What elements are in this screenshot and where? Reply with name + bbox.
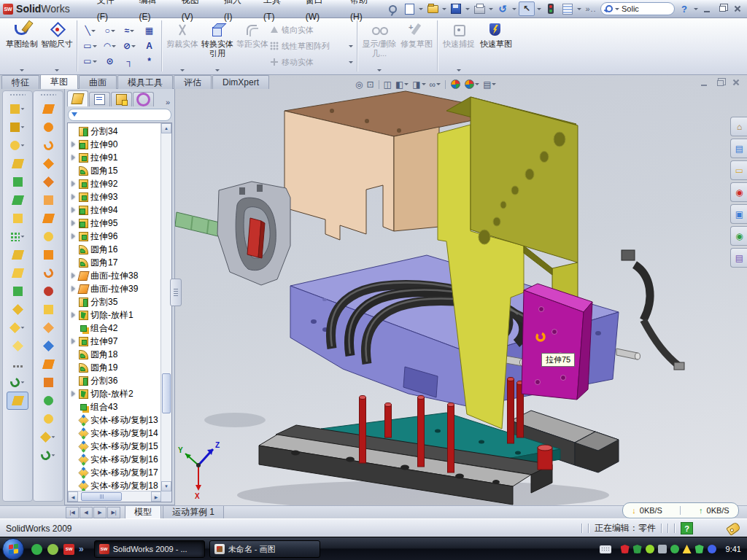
sketch-tool-dropdown-icon[interactable]: [349, 61, 353, 63]
sketch-tool-row[interactable]: 线性草图阵列: [270, 39, 355, 53]
entity-dropdown-icon[interactable]: [112, 45, 116, 47]
doc-minimize-button[interactable]: [697, 77, 711, 88]
menu-item[interactable]: 编辑(E): [131, 0, 173, 26]
panel-splitter-handle[interactable]: [170, 279, 182, 306]
command-tab[interactable]: 特征: [1, 75, 39, 89]
entity-dropdown-icon[interactable]: [131, 45, 136, 47]
entity-dropdown-icon[interactable]: [93, 45, 97, 47]
dropdown-icon[interactable]: [52, 436, 55, 438]
tree-item[interactable]: 拉伸91: [69, 151, 160, 164]
toolbar-grip[interactable]: [9, 93, 26, 97]
replace-face-icon[interactable]: [37, 300, 59, 319]
zoom-fit-icon[interactable]: ◎: [355, 80, 363, 89]
design-library-icon[interactable]: ▤: [730, 139, 747, 158]
instant3d-icon[interactable]: [7, 392, 28, 410]
undo-button[interactable]: ↺: [495, 2, 510, 15]
doc-restore-button[interactable]: [713, 77, 727, 88]
expander-icon[interactable]: [71, 273, 75, 279]
sketch-text-icon[interactable]: A: [139, 39, 159, 54]
status-help-icon[interactable]: ?: [681, 522, 693, 534]
knit-surface-icon[interactable]: [37, 373, 59, 392]
toolbar-grip[interactable]: [40, 93, 56, 97]
scroll-down-icon[interactable]: ▼: [161, 481, 171, 491]
undo-dropdown-icon[interactable]: [512, 8, 516, 10]
polygon-icon[interactable]: ⊙: [100, 54, 120, 69]
expander-icon[interactable]: [71, 286, 75, 292]
command-tab[interactable]: 草图: [40, 74, 78, 89]
open-dropdown-icon[interactable]: [442, 8, 446, 10]
quick-launch-overflow-icon[interactable]: »: [79, 544, 84, 554]
tree-item[interactable]: 曲面-拉伸38: [69, 269, 160, 282]
tree-item[interactable]: 分割36: [69, 374, 160, 387]
messenger-quicklaunch-icon[interactable]: [31, 544, 42, 555]
open-button[interactable]: [425, 2, 440, 15]
tree-item[interactable]: 拉伸93: [69, 190, 160, 203]
new-document-button[interactable]: [402, 2, 417, 15]
delete-face-icon[interactable]: [37, 282, 59, 300]
thicken-icon[interactable]: [37, 246, 59, 264]
options-dropdown-icon[interactable]: [577, 8, 581, 10]
expander-icon[interactable]: [71, 207, 75, 213]
trim-surface-icon[interactable]: [37, 173, 59, 191]
fillet-icon[interactable]: [7, 136, 28, 155]
tree-horizontal-scrollbar[interactable]: ◀ ▶: [68, 491, 161, 502]
tab-dimxpert-manager[interactable]: [133, 92, 154, 106]
help-dropdown-icon[interactable]: [694, 8, 698, 10]
tree-item[interactable]: 组合42: [69, 322, 160, 335]
smart-dimension-dropdown-icon[interactable]: [55, 69, 59, 71]
tab-nav-button[interactable]: ◀: [80, 507, 93, 518]
hud-dropdown-icon[interactable]: [404, 83, 409, 85]
hud-dropdown-icon[interactable]: [436, 83, 441, 85]
surface-flatten-icon[interactable]: [37, 355, 59, 373]
print-button[interactable]: [472, 2, 487, 15]
revolved-boss-icon[interactable]: [7, 118, 28, 136]
tree-filter-input[interactable]: [68, 109, 171, 121]
tree-item[interactable]: 拉伸95: [69, 217, 160, 230]
expander-icon[interactable]: [71, 312, 75, 318]
magenta-block[interactable]: [522, 284, 592, 400]
view-palette-icon[interactable]: ▣: [730, 204, 747, 224]
tree-item[interactable]: 组合43: [69, 400, 160, 413]
expander-icon[interactable]: [71, 233, 75, 239]
sync-icon[interactable]: [670, 545, 679, 553]
tab-nav-button[interactable]: ▶|: [107, 507, 120, 518]
search-input[interactable]: Solic: [600, 2, 675, 15]
split-body-icon[interactable]: [7, 264, 28, 282]
untrim-surface-icon[interactable]: [37, 319, 59, 337]
tab-nav-button[interactable]: ▶: [93, 507, 107, 518]
model-canvas[interactable]: Y Z X: [175, 88, 747, 505]
custom-properties-icon[interactable]: ▤: [730, 248, 747, 268]
shell-icon[interactable]: [7, 173, 28, 191]
close-button[interactable]: [731, 4, 744, 15]
entity-dropdown-icon[interactable]: [111, 30, 115, 32]
dropdown-icon[interactable]: [21, 108, 25, 109]
doc-close-button[interactable]: [729, 77, 743, 88]
select-dropdown-icon[interactable]: [537, 8, 541, 10]
tree-item[interactable]: 实体-移动/复制16: [69, 453, 160, 466]
scroll-right-icon[interactable]: ▶: [151, 491, 161, 502]
command-tab[interactable]: DimXpert: [212, 75, 269, 89]
menu-item[interactable]: 插入(I): [216, 0, 255, 26]
tab-property-manager[interactable]: [89, 92, 110, 106]
expander-icon[interactable]: [71, 220, 75, 226]
taskbar-task[interactable]: SW SolidWorks 2009 - ...: [94, 540, 205, 558]
tree-item[interactable]: 圆角19: [69, 361, 160, 374]
command-tab[interactable]: 模具工具: [117, 75, 173, 89]
network-warning-icon[interactable]: [683, 545, 692, 553]
print-dropdown-icon[interactable]: [489, 8, 493, 10]
helix-icon[interactable]: [7, 373, 28, 392]
network-speed-widget[interactable]: ↓0KB/S ↑0KB/S: [622, 502, 739, 518]
dropdown-icon[interactable]: [21, 144, 25, 146]
scroll-up-icon[interactable]: ▲: [161, 123, 171, 133]
quick-snaps-dropdown-icon[interactable]: [457, 69, 461, 71]
filled-surface-icon[interactable]: [37, 392, 59, 410]
draft-icon[interactable]: [7, 191, 28, 209]
extended-surface-icon[interactable]: [37, 136, 59, 155]
horizontal-scroll-thumb[interactable]: [81, 492, 122, 501]
expander-icon[interactable]: [71, 391, 75, 397]
move-surface-icon[interactable]: [37, 337, 59, 355]
scroll-left-icon[interactable]: ◀: [68, 491, 78, 502]
command-tab[interactable]: 曲面: [79, 75, 117, 89]
expander-icon[interactable]: [71, 181, 75, 187]
tree-item[interactable]: 实体-移动/复制15: [69, 440, 160, 453]
